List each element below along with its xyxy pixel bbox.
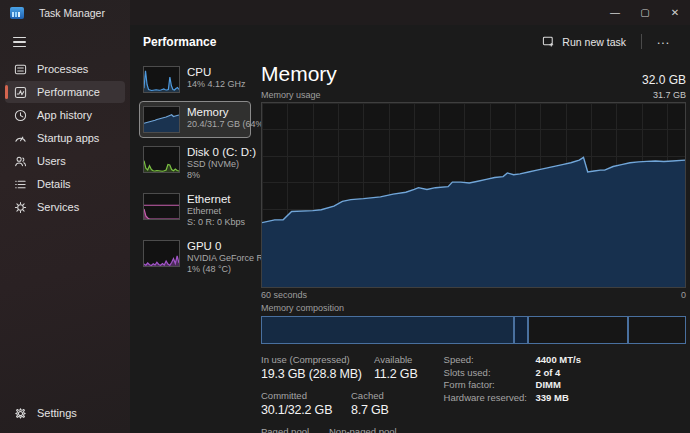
titlebar: Task Manager — ▢ ✕ [0, 0, 690, 25]
maximize-icon[interactable]: ▢ [630, 0, 660, 25]
perf-card-title: Disk 0 (C: D:) [187, 146, 247, 159]
stat-label: Non-paged pool [329, 426, 397, 433]
stat-cached: Cached 8.7 GB [351, 390, 389, 419]
sidebar: Processes Performance App history Startu… [0, 0, 130, 433]
gpu-mini-chart [143, 240, 180, 267]
chart-ymax-label: 31.7 GB [653, 90, 686, 100]
memory-usage-chart [261, 102, 686, 288]
processes-icon [13, 62, 27, 76]
stat-committed: Committed 30.1/32.2 GB [261, 390, 335, 419]
perf-card-subtitle: 14% 4.12 GHz [187, 79, 246, 90]
performance-icon [13, 85, 27, 99]
perf-card-subtitle: NVIDIA GeForce R... [187, 253, 247, 264]
stat-label: In use (Compressed) [261, 354, 358, 366]
app-history-icon [13, 108, 27, 122]
perf-card-cpu[interactable]: CPU 14% 4.12 GHz [139, 61, 251, 98]
perf-card-subtitle2: 1% (48 °C) [187, 264, 247, 275]
task-manager-window: Processes Performance App history Startu… [0, 0, 690, 433]
stat-paged-pool: Paged pool 493 MB [261, 426, 313, 433]
sidebar-item-label: Users [37, 155, 66, 167]
sidebar-item-users[interactable]: Users [5, 150, 125, 172]
composition-segment-standby [528, 316, 627, 344]
stat-label: Cached [351, 390, 389, 402]
composition-segment-in-use [261, 316, 514, 344]
hw-hardware-reserved: Hardware reserved: 339 MB [444, 392, 581, 403]
header-divider [641, 34, 642, 49]
run-new-task-label: Run new task [562, 36, 626, 48]
close-icon[interactable]: ✕ [660, 0, 690, 25]
memory-total-capacity: 32.0 GB [642, 73, 686, 87]
detail-title: Memory [261, 61, 337, 87]
memory-composition-label: Memory composition [261, 303, 686, 313]
stat-label: Available [374, 354, 418, 366]
perf-card-ethernet[interactable]: Ethernet Ethernet S: 0 R: 0 Kbps [139, 188, 251, 232]
sidebar-item-label: Details [37, 178, 71, 190]
sidebar-item-services[interactable]: Services [5, 196, 125, 218]
composition-segment-modified [514, 316, 528, 344]
hw-value: DIMM [536, 379, 561, 390]
sidebar-item-app-history[interactable]: App history [5, 104, 125, 126]
hamburger-menu-icon[interactable] [7, 30, 37, 54]
chart-xmax-label: 0 [681, 290, 686, 300]
sidebar-item-label: Startup apps [37, 132, 99, 144]
details-icon [13, 177, 27, 191]
sidebar-nav: Processes Performance App history Startu… [0, 58, 130, 218]
sidebar-item-performance[interactable]: Performance [5, 81, 125, 103]
hw-label: Speed: [444, 354, 536, 365]
sidebar-item-label: Settings [37, 407, 77, 419]
memory-stats: In use (Compressed) 19.3 GB (28.8 MB) Av… [261, 354, 686, 433]
settings-gear-icon [13, 406, 27, 420]
perf-card-disk[interactable]: Disk 0 (C: D:) SSD (NVMe) 8% [139, 141, 251, 185]
stat-label: Committed [261, 390, 335, 402]
disk-mini-chart [143, 146, 180, 173]
hw-value: 4400 MT/s [536, 354, 581, 365]
hw-label: Hardware reserved: [444, 392, 536, 403]
perf-card-memory[interactable]: Memory 20.4/31.7 GB (64%) [139, 101, 251, 138]
chart-xmin-label: 60 seconds [261, 290, 307, 300]
stat-value: 11.2 GB [374, 366, 418, 383]
composition-segment-free [628, 316, 686, 344]
sidebar-item-label: Processes [37, 63, 88, 75]
perf-card-subtitle: 20.4/31.7 GB (64%) [187, 119, 247, 130]
cpu-mini-chart [143, 66, 180, 93]
performance-metric-list: CPU 14% 4.12 GHz Memory 20.4/31.7 GB (64… [139, 61, 251, 433]
perf-card-title: CPU [187, 66, 246, 79]
memory-composition-bar [261, 316, 686, 344]
perf-card-subtitle2: 8% [187, 170, 247, 181]
sidebar-item-label: Services [37, 201, 79, 213]
memory-detail-panel: Memory 32.0 GB Memory usage 31.7 GB 60 s… [261, 61, 686, 433]
sidebar-item-label: Performance [37, 86, 100, 98]
stat-value: 8.7 GB [351, 402, 389, 419]
stat-value: 19.3 GB (28.8 MB) [261, 366, 358, 383]
task-manager-app-icon [10, 7, 24, 19]
stat-non-paged-pool: Non-paged pool 1021 MB [329, 426, 397, 433]
memory-mini-chart [143, 106, 180, 133]
stat-available: Available 11.2 GB [374, 354, 418, 383]
hw-speed: Speed: 4400 MT/s [444, 354, 581, 365]
sidebar-item-label: App history [37, 109, 92, 121]
run-new-task-icon [542, 35, 555, 48]
window-title: Task Manager [39, 7, 105, 19]
run-new-task-button[interactable]: Run new task [534, 31, 634, 52]
page-title: Performance [143, 35, 216, 49]
ethernet-mini-chart [143, 193, 180, 220]
hw-label: Slots used: [444, 367, 536, 378]
perf-card-title: Memory [187, 106, 247, 119]
page-header: Performance Run new task ... [130, 25, 690, 58]
perf-card-title: Ethernet [187, 193, 245, 206]
services-icon [13, 200, 27, 214]
sidebar-item-processes[interactable]: Processes [5, 58, 125, 80]
more-options-button[interactable]: ... [649, 31, 678, 53]
perf-card-gpu[interactable]: GPU 0 NVIDIA GeForce R... 1% (48 °C) [139, 235, 251, 279]
hw-label: Form factor: [444, 379, 536, 390]
sidebar-item-startup-apps[interactable]: Startup apps [5, 127, 125, 149]
hw-slots-used: Slots used: 2 of 4 [444, 367, 581, 378]
perf-card-subtitle: SSD (NVMe) [187, 159, 247, 170]
memory-usage-label: Memory usage [261, 90, 321, 100]
window-controls: — ▢ ✕ [600, 0, 690, 25]
memory-hardware-info: Speed: 4400 MT/s Slots used: 2 of 4 Form… [444, 354, 581, 433]
sidebar-item-settings[interactable]: Settings [5, 402, 125, 424]
sidebar-item-details[interactable]: Details [5, 173, 125, 195]
minimize-icon[interactable]: — [600, 0, 630, 25]
stat-value: 30.1/32.2 GB [261, 402, 335, 419]
